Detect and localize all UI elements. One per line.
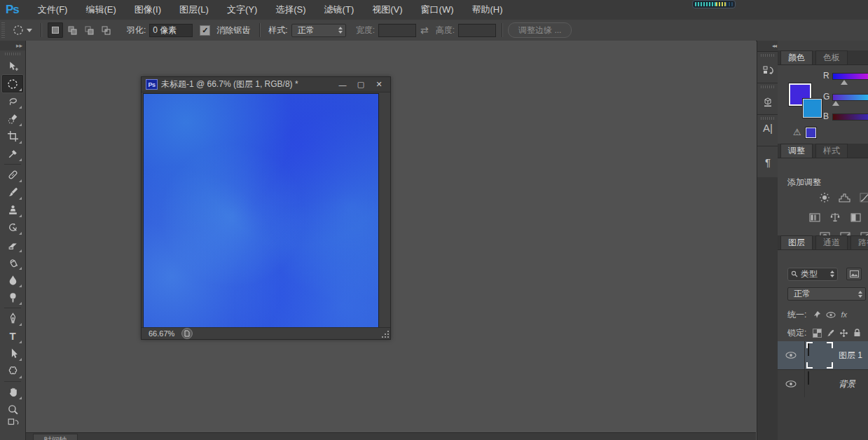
minimize-button[interactable]: — (334, 79, 351, 90)
tab-adjustments[interactable]: 调整 (780, 144, 813, 158)
image-icon (850, 270, 859, 277)
spot-healing-brush-tool[interactable] (2, 166, 23, 184)
refine-edge-button[interactable]: 调整边缘 ... (508, 22, 572, 38)
unify-visibility-eye-icon[interactable] (824, 309, 837, 320)
layer-name[interactable]: 图层 1 (839, 350, 862, 362)
layer-visibility-toggle[interactable] (778, 341, 805, 369)
red-slider-thumb[interactable] (841, 80, 848, 85)
add-to-selection-button[interactable] (64, 22, 80, 38)
lock-all-icon[interactable] (850, 327, 864, 338)
brush-tool[interactable] (2, 184, 23, 201)
gamut-color-swatch[interactable] (806, 128, 816, 138)
gamut-warning-icon[interactable]: ⚠ (793, 127, 801, 137)
menu-select[interactable]: 选择(S) (266, 0, 315, 20)
swap-dimensions-icon[interactable]: ⇄ (420, 25, 429, 36)
unify-style-fx-icon[interactable]: fx (837, 309, 850, 320)
document-window[interactable]: Ps 未标题-1 @ 66.7% (图层 1, RGB/8) * — ▢ ✕ 6… (141, 76, 391, 340)
move-tool[interactable] (2, 57, 23, 75)
expand-panels-button[interactable]: ◂◂ (757, 41, 778, 52)
blur-tool[interactable] (2, 271, 23, 289)
elliptical-marquee-tool[interactable] (2, 75, 23, 92)
lock-pixels-brush-icon[interactable] (824, 327, 837, 338)
intersect-selection-button[interactable] (98, 22, 113, 38)
menu-type[interactable]: 文字(Y) (218, 0, 266, 20)
zoom-level-field[interactable]: 66.67% (144, 329, 179, 338)
width-input[interactable] (378, 24, 416, 37)
layer-filter-kind-dropdown[interactable]: 类型 (787, 268, 838, 281)
color-balance-icon[interactable] (827, 211, 843, 224)
feather-input[interactable]: 0 像素 (149, 24, 193, 37)
lock-transparency-icon[interactable] (811, 327, 824, 338)
document-info-icon[interactable] (181, 328, 193, 339)
antialias-checkbox[interactable] (200, 25, 210, 36)
menu-image[interactable]: 图像(I) (125, 0, 170, 20)
tool-preset-picker[interactable] (9, 22, 35, 38)
paint-bucket-tool[interactable] (2, 254, 23, 271)
tab-swatches[interactable]: 色板 (815, 50, 848, 64)
menu-view[interactable]: 视图(V) (363, 0, 411, 20)
tab-styles[interactable]: 样式 (815, 144, 848, 158)
document-titlebar[interactable]: Ps 未标题-1 @ 66.7% (图层 1, RGB/8) * — ▢ ✕ (142, 77, 390, 92)
document-canvas[interactable] (143, 93, 379, 329)
layer-thumbnail[interactable] (808, 343, 832, 367)
menu-filter[interactable]: 滤镜(T) (315, 0, 364, 20)
layer-visibility-toggle[interactable] (778, 370, 805, 398)
foreground-background-swatches[interactable] (2, 418, 23, 428)
history-brush-tool[interactable] (2, 219, 23, 236)
menu-help[interactable]: 帮助(H) (463, 0, 512, 20)
filter-by-image-button[interactable] (846, 268, 862, 280)
maximize-button[interactable]: ▢ (352, 79, 369, 90)
hand-tool[interactable] (2, 383, 23, 401)
pen-tool[interactable] (2, 310, 23, 327)
menu-edit[interactable]: 编辑(E) (76, 0, 125, 20)
brightness-contrast-icon[interactable] (817, 191, 832, 204)
menu-layer[interactable]: 图层(L) (170, 0, 218, 20)
menu-window[interactable]: 窗口(W) (412, 0, 463, 20)
clone-stamp-tool[interactable] (2, 201, 23, 219)
green-slider-bar[interactable] (832, 94, 868, 101)
toolbar-collapse-button[interactable]: ▸▸ (0, 41, 25, 50)
curves-icon[interactable] (857, 191, 868, 204)
tab-layers[interactable]: 图层 (780, 235, 813, 249)
window-resize-grip[interactable] (381, 330, 390, 338)
crop-tool[interactable] (2, 128, 23, 145)
timeline-panel-tab[interactable]: 时间轴 (33, 434, 78, 440)
tab-channels[interactable]: 通道 (815, 235, 848, 249)
height-input[interactable] (458, 24, 496, 37)
layer-row-layer1[interactable]: 图层 1 (778, 341, 868, 370)
tab-color[interactable]: 颜色 (780, 50, 813, 64)
custom-shape-tool[interactable] (2, 362, 23, 380)
path-selection-tool[interactable] (2, 345, 23, 362)
tab-paths[interactable]: 路径 (850, 235, 868, 249)
black-white-icon[interactable] (807, 211, 822, 224)
blue-slider-bar[interactable] (832, 114, 868, 121)
lasso-tool[interactable] (2, 92, 23, 110)
menu-file[interactable]: 文件(F) (29, 0, 77, 20)
type-tool[interactable]: T (2, 327, 23, 345)
dodge-tool[interactable] (2, 289, 23, 306)
unify-position-pin-icon[interactable] (811, 309, 824, 320)
paragraph-panel-button[interactable]: ¶ (757, 146, 778, 177)
eyedropper-tool[interactable] (2, 145, 23, 163)
red-slider-bar[interactable] (832, 73, 868, 80)
hue-saturation-icon[interactable] (848, 211, 863, 224)
levels-icon[interactable] (837, 191, 853, 204)
new-selection-button[interactable] (48, 22, 63, 38)
quick-selection-tool[interactable] (2, 110, 23, 128)
layer-row-background[interactable]: 背景 (778, 370, 868, 399)
layer-thumbnail[interactable] (808, 372, 832, 396)
character-panel-button[interactable]: A| (757, 115, 778, 146)
green-slider-thumb[interactable] (832, 101, 839, 106)
history-panel-button[interactable] (757, 52, 778, 83)
tool-flyout-indicator (19, 358, 22, 361)
lock-position-move-icon[interactable] (837, 327, 850, 338)
properties-panel-button[interactable] (757, 83, 778, 115)
eraser-tool[interactable] (2, 236, 23, 254)
layer-name[interactable]: 背景 (839, 378, 855, 390)
style-dropdown[interactable]: 正常 (291, 24, 346, 37)
zoom-tool[interactable] (2, 401, 23, 418)
blend-mode-dropdown[interactable]: 正常 (787, 287, 866, 301)
adjustment-row-1 (817, 191, 868, 204)
close-button[interactable]: ✕ (371, 79, 387, 90)
subtract-from-selection-button[interactable] (81, 22, 97, 38)
